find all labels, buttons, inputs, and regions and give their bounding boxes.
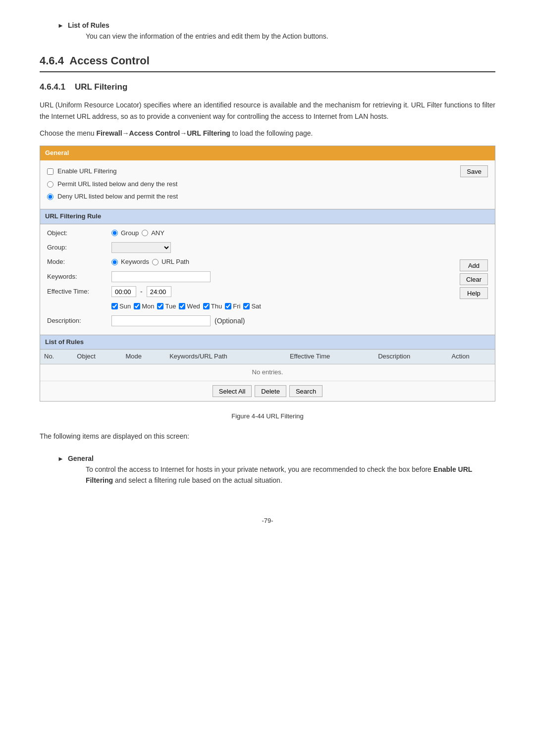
effective-time-label: Effective Time: [47, 287, 111, 297]
group-controls [111, 242, 488, 253]
body-paragraph: URL (Uniform Resource Locator) specifies… [40, 100, 495, 122]
day-sun-checkbox[interactable] [111, 303, 118, 309]
general-bullet: ► General To control the access to Inter… [57, 453, 495, 486]
day-sat-label: Sat [251, 302, 261, 312]
object-group-radio[interactable] [111, 230, 118, 236]
object-row: Object: Group ANY [47, 228, 488, 239]
optional-text: (Optional) [214, 315, 245, 326]
day-wed: Wed [179, 302, 200, 312]
day-fri: Fri [225, 302, 240, 312]
mode-urlpath-radio[interactable] [152, 259, 159, 265]
day-thu: Thu [203, 302, 222, 312]
save-button[interactable]: Save [460, 165, 488, 177]
col-no: No. [40, 350, 73, 364]
add-button[interactable]: Add [460, 259, 488, 271]
object-any-radio[interactable] [142, 230, 148, 236]
description-input[interactable] [111, 315, 211, 326]
enable-url-filtering-checkbox[interactable] [47, 168, 54, 175]
col-mode: Mode [121, 350, 165, 364]
day-fri-label: Fri [233, 302, 240, 312]
time-from-input[interactable] [111, 286, 136, 297]
group-row: Group: [47, 242, 488, 253]
mode-controls: Keywords URL Path [111, 257, 488, 267]
deny-label: Deny URL listed below and permit the res… [57, 192, 178, 202]
clear-button[interactable]: Clear [460, 273, 488, 285]
object-radio-group: Group ANY [111, 228, 164, 239]
day-tue-label: Tue [165, 302, 176, 312]
search-button[interactable]: Search [289, 385, 322, 397]
general-section: Enable URL Filtering Save Permit URL lis… [40, 160, 495, 209]
day-sat: Sat [243, 302, 261, 312]
deny-radio[interactable] [47, 194, 54, 200]
bullet-arrow-icon: ► [57, 21, 64, 31]
mode-label: Mode: [47, 257, 111, 267]
url-rule-section: Add Clear Help Object: Group ANY Group: [40, 224, 495, 335]
general-bullet-label: General [68, 454, 94, 462]
day-fri-checkbox[interactable] [225, 303, 231, 309]
enable-row: Enable URL Filtering Save [47, 165, 488, 177]
main-panel: General Enable URL Filtering Save Permit… [40, 146, 495, 402]
day-mon-label: Mon [142, 302, 154, 312]
delete-button[interactable]: Delete [255, 385, 286, 397]
keywords-label: Keywords: [47, 272, 111, 282]
group-select[interactable] [111, 242, 171, 253]
col-description: Description [374, 350, 447, 364]
day-mon-checkbox[interactable] [134, 303, 140, 309]
object-any-label: ANY [151, 228, 164, 239]
day-sat-checkbox[interactable] [243, 303, 250, 309]
mode-urlpath-label: URL Path [161, 257, 189, 267]
day-tue-checkbox[interactable] [157, 303, 163, 309]
effective-time-controls: - [111, 286, 488, 297]
deny-row: Deny URL listed below and permit the res… [47, 192, 488, 202]
general-bullet-arrow-icon: ► [57, 454, 64, 464]
table-header-row: No. Object Mode Keywords/URL Path Effect… [40, 350, 495, 364]
following-items-text: The following items are displayed on thi… [40, 431, 495, 442]
list-table: No. Object Mode Keywords/URL Path Effect… [40, 350, 495, 381]
keywords-input[interactable] [111, 271, 211, 282]
no-entries-row: No entries. [40, 364, 495, 381]
url-filtering-rule-header: URL Filtering Rule [40, 209, 495, 224]
col-action: Action [448, 350, 495, 364]
help-button[interactable]: Help [460, 287, 488, 299]
object-label: Object: [47, 228, 111, 239]
permit-radio[interactable] [47, 181, 54, 188]
time-to-input[interactable] [147, 286, 171, 297]
day-sun-label: Sun [119, 302, 131, 312]
group-label: Group: [47, 243, 111, 253]
enable-url-filtering-label: Enable URL Filtering [57, 166, 116, 177]
object-group-label: Group [121, 228, 139, 239]
general-bullet-text: To control the access to Internet for ho… [86, 464, 495, 486]
page-number: -79- [40, 516, 495, 526]
day-mon: Mon [134, 302, 154, 312]
effective-time-row: Effective Time: - [47, 286, 488, 297]
section-title: 4.6.4 Access Control [40, 52, 495, 72]
col-effective-time: Effective Time [286, 350, 374, 364]
right-buttons: Add Clear Help [460, 259, 488, 299]
description-controls: (Optional) [111, 315, 488, 326]
permit-label: Permit URL listed below and deny the res… [57, 179, 177, 190]
permit-row: Permit URL listed below and deny the res… [47, 179, 488, 190]
col-keywords: Keywords/URL Path [165, 350, 286, 364]
day-wed-label: Wed [187, 302, 200, 312]
time-dash: - [140, 286, 143, 297]
figure-caption: Figure 4-44 URL Filtering [40, 411, 495, 422]
list-rules-header: List of Rules [40, 335, 495, 350]
description-row: Description: (Optional) [47, 315, 488, 326]
mode-row: Mode: Keywords URL Path [47, 257, 488, 267]
mode-keywords-radio[interactable] [111, 259, 118, 265]
day-thu-checkbox[interactable] [203, 303, 210, 309]
list-of-rules-label: List of Rules [68, 21, 109, 29]
no-entries-cell: No entries. [40, 364, 495, 381]
description-label: Description: [47, 316, 111, 326]
list-rules-section: No. Object Mode Keywords/URL Path Effect… [40, 350, 495, 401]
select-all-button[interactable]: Select All [213, 385, 252, 397]
keywords-controls [111, 271, 488, 282]
day-wed-checkbox[interactable] [179, 303, 185, 309]
day-sun: Sun [111, 302, 131, 312]
subsection-title: 4.6.4.1 URL Filtering [40, 80, 495, 94]
day-thu-label: Thu [211, 302, 222, 312]
list-footer: Select All Delete Search [40, 381, 495, 401]
general-header: General [40, 146, 495, 160]
col-object: Object [73, 350, 121, 364]
days-row: Sun Mon Tue Wed Thu Fri [111, 302, 488, 312]
